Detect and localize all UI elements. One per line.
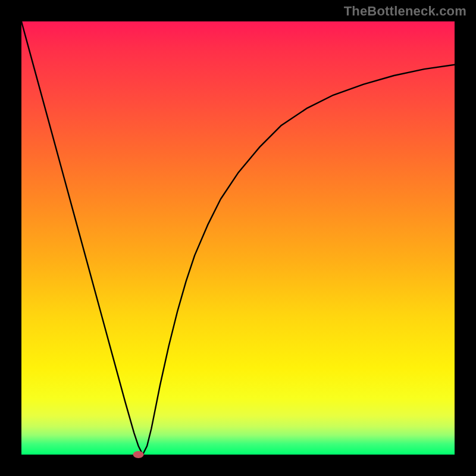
chart-frame: TheBottleneck.com: [0, 0, 476, 476]
min-marker: [133, 451, 144, 458]
curve-line: [21, 21, 455, 455]
bottleneck-chart: [21, 21, 455, 455]
plot-area: [21, 21, 455, 455]
watermark-text: TheBottleneck.com: [344, 4, 466, 19]
